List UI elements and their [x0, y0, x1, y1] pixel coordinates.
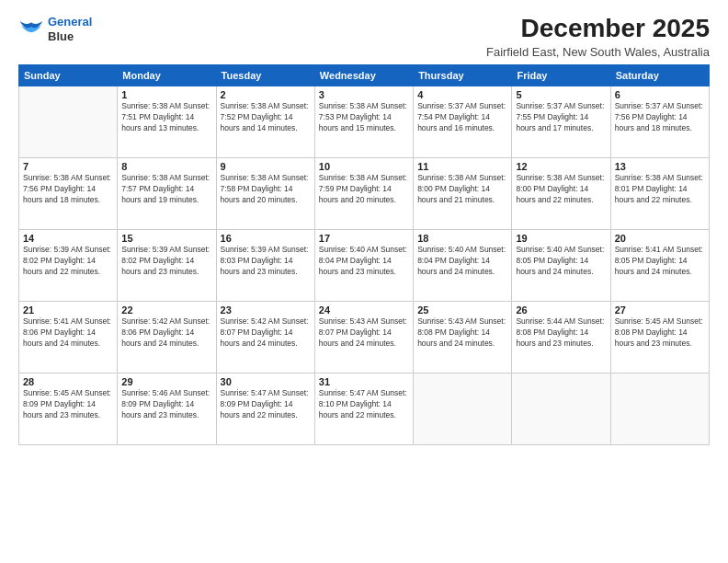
day-cell: 26Sunrise: 5:44 AM Sunset: 8:08 PM Dayli…	[512, 301, 610, 373]
logo-icon	[18, 17, 44, 42]
day-number: 14	[23, 233, 113, 244]
day-cell: 2Sunrise: 5:38 AM Sunset: 7:52 PM Daylig…	[216, 86, 314, 157]
header-wednesday: Wednesday	[314, 64, 413, 86]
month-title: December 2025	[486, 15, 710, 43]
week-row-1: 1Sunrise: 5:38 AM Sunset: 7:51 PM Daylig…	[19, 86, 710, 157]
day-number: 24	[319, 304, 409, 316]
header-tuesday: Tuesday	[216, 64, 314, 86]
day-info: Sunrise: 5:46 AM Sunset: 8:09 PM Dayligh…	[121, 388, 211, 421]
day-number: 16	[221, 233, 311, 244]
day-cell	[414, 373, 512, 444]
header: General Blue December 2025 Fairfield Eas…	[18, 15, 710, 59]
day-info: Sunrise: 5:40 AM Sunset: 8:04 PM Dayligh…	[417, 245, 507, 278]
day-number: 17	[319, 233, 409, 244]
day-cell: 6Sunrise: 5:37 AM Sunset: 7:56 PM Daylig…	[610, 86, 709, 157]
day-info: Sunrise: 5:38 AM Sunset: 7:58 PM Dayligh…	[221, 173, 311, 206]
day-info: Sunrise: 5:41 AM Sunset: 8:06 PM Dayligh…	[23, 316, 113, 350]
day-cell: 9Sunrise: 5:38 AM Sunset: 7:58 PM Daylig…	[216, 157, 314, 229]
day-number: 9	[221, 161, 311, 172]
header-friday: Friday	[512, 64, 610, 86]
day-number: 3	[319, 89, 409, 100]
day-cell: 13Sunrise: 5:38 AM Sunset: 8:01 PM Dayli…	[610, 157, 709, 229]
logo-line1: General	[48, 15, 92, 29]
day-info: Sunrise: 5:41 AM Sunset: 8:05 PM Dayligh…	[615, 245, 705, 278]
day-cell: 12Sunrise: 5:38 AM Sunset: 8:00 PM Dayli…	[512, 157, 610, 229]
day-cell: 8Sunrise: 5:38 AM Sunset: 7:57 PM Daylig…	[118, 157, 216, 229]
day-cell: 30Sunrise: 5:47 AM Sunset: 8:09 PM Dayli…	[216, 373, 314, 444]
day-cell: 19Sunrise: 5:40 AM Sunset: 8:05 PM Dayli…	[512, 229, 610, 301]
day-number: 5	[516, 89, 606, 100]
week-row-5: 28Sunrise: 5:45 AM Sunset: 8:09 PM Dayli…	[19, 373, 710, 444]
day-info: Sunrise: 5:39 AM Sunset: 8:02 PM Dayligh…	[121, 245, 211, 278]
day-info: Sunrise: 5:37 AM Sunset: 7:56 PM Dayligh…	[615, 101, 705, 134]
day-info: Sunrise: 5:38 AM Sunset: 7:59 PM Dayligh…	[319, 173, 409, 206]
day-cell: 24Sunrise: 5:43 AM Sunset: 8:07 PM Dayli…	[314, 301, 413, 373]
logo-text: General Blue	[48, 15, 92, 43]
day-number: 12	[516, 161, 606, 172]
page: General Blue December 2025 Fairfield Eas…	[0, 0, 728, 563]
day-cell	[19, 86, 118, 157]
day-cell: 23Sunrise: 5:42 AM Sunset: 8:07 PM Dayli…	[216, 301, 314, 373]
logo-line2: Blue	[48, 29, 92, 44]
day-info: Sunrise: 5:38 AM Sunset: 8:01 PM Dayligh…	[615, 173, 705, 206]
day-number: 29	[121, 376, 211, 387]
day-cell: 17Sunrise: 5:40 AM Sunset: 8:04 PM Dayli…	[314, 229, 413, 301]
day-cell: 22Sunrise: 5:42 AM Sunset: 8:06 PM Dayli…	[118, 301, 216, 373]
calendar: Sunday Monday Tuesday Wednesday Thursday…	[18, 64, 710, 445]
day-info: Sunrise: 5:40 AM Sunset: 8:04 PM Dayligh…	[319, 245, 409, 278]
day-cell	[610, 373, 709, 444]
day-cell: 25Sunrise: 5:43 AM Sunset: 8:08 PM Dayli…	[414, 301, 512, 373]
day-info: Sunrise: 5:37 AM Sunset: 7:54 PM Dayligh…	[417, 101, 507, 134]
header-sunday: Sunday	[19, 64, 118, 86]
day-number: 11	[417, 161, 507, 172]
day-info: Sunrise: 5:47 AM Sunset: 8:09 PM Dayligh…	[221, 388, 311, 421]
day-info: Sunrise: 5:47 AM Sunset: 8:10 PM Dayligh…	[319, 388, 409, 421]
day-cell: 4Sunrise: 5:37 AM Sunset: 7:54 PM Daylig…	[414, 86, 512, 157]
day-number: 26	[516, 304, 606, 316]
day-cell: 29Sunrise: 5:46 AM Sunset: 8:09 PM Dayli…	[118, 373, 216, 444]
day-cell: 11Sunrise: 5:38 AM Sunset: 8:00 PM Dayli…	[414, 157, 512, 229]
day-info: Sunrise: 5:42 AM Sunset: 8:06 PM Dayligh…	[121, 316, 211, 350]
day-info: Sunrise: 5:43 AM Sunset: 8:08 PM Dayligh…	[417, 316, 507, 350]
day-cell: 31Sunrise: 5:47 AM Sunset: 8:10 PM Dayli…	[314, 373, 413, 444]
location: Fairfield East, New South Wales, Austral…	[486, 45, 710, 59]
day-cell: 21Sunrise: 5:41 AM Sunset: 8:06 PM Dayli…	[19, 301, 118, 373]
day-cell: 27Sunrise: 5:45 AM Sunset: 8:08 PM Dayli…	[610, 301, 709, 373]
day-number: 22	[121, 304, 211, 316]
day-number: 18	[417, 233, 507, 244]
day-number: 23	[221, 304, 311, 316]
day-info: Sunrise: 5:38 AM Sunset: 8:00 PM Dayligh…	[417, 173, 507, 206]
day-cell: 10Sunrise: 5:38 AM Sunset: 7:59 PM Dayli…	[314, 157, 413, 229]
day-number: 2	[221, 89, 311, 100]
header-monday: Monday	[118, 64, 216, 86]
day-number: 20	[615, 233, 705, 244]
day-number: 6	[615, 89, 705, 100]
day-number: 10	[319, 161, 409, 172]
day-cell: 3Sunrise: 5:38 AM Sunset: 7:53 PM Daylig…	[314, 86, 413, 157]
day-info: Sunrise: 5:39 AM Sunset: 8:02 PM Dayligh…	[23, 245, 113, 278]
week-row-4: 21Sunrise: 5:41 AM Sunset: 8:06 PM Dayli…	[19, 301, 710, 373]
logo: General Blue	[18, 15, 92, 43]
day-info: Sunrise: 5:45 AM Sunset: 8:08 PM Dayligh…	[615, 316, 705, 350]
day-cell: 28Sunrise: 5:45 AM Sunset: 8:09 PM Dayli…	[19, 373, 118, 444]
day-number: 27	[615, 304, 705, 316]
day-number: 7	[23, 161, 113, 172]
day-info: Sunrise: 5:37 AM Sunset: 7:55 PM Dayligh…	[516, 101, 606, 134]
day-cell: 7Sunrise: 5:38 AM Sunset: 7:56 PM Daylig…	[19, 157, 118, 229]
day-info: Sunrise: 5:38 AM Sunset: 7:51 PM Dayligh…	[121, 101, 211, 134]
day-info: Sunrise: 5:40 AM Sunset: 8:05 PM Dayligh…	[516, 245, 606, 278]
day-number: 15	[121, 233, 211, 244]
day-number: 13	[615, 161, 705, 172]
day-info: Sunrise: 5:38 AM Sunset: 7:56 PM Dayligh…	[23, 173, 113, 206]
day-info: Sunrise: 5:38 AM Sunset: 8:00 PM Dayligh…	[516, 173, 606, 206]
day-number: 4	[417, 89, 507, 100]
day-number: 1	[121, 89, 211, 100]
day-number: 31	[319, 376, 409, 387]
day-cell: 1Sunrise: 5:38 AM Sunset: 7:51 PM Daylig…	[118, 86, 216, 157]
day-cell: 18Sunrise: 5:40 AM Sunset: 8:04 PM Dayli…	[414, 229, 512, 301]
day-number: 21	[23, 304, 113, 316]
day-number: 19	[516, 233, 606, 244]
day-info: Sunrise: 5:39 AM Sunset: 8:03 PM Dayligh…	[221, 245, 311, 278]
header-thursday: Thursday	[414, 64, 512, 86]
day-info: Sunrise: 5:43 AM Sunset: 8:07 PM Dayligh…	[319, 316, 409, 350]
